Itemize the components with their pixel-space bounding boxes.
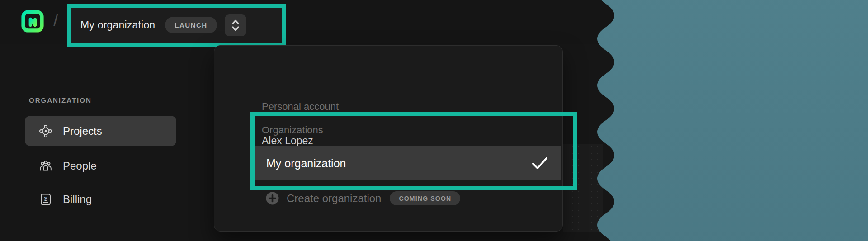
menu-item-label: My organization [266,157,346,170]
dropdown-section-personal-account: Personal account [262,101,339,113]
menu-item-alex-lopez[interactable]: Alex Lopez [262,135,313,147]
sidebar-item-billing[interactable]: $ Billing [25,184,176,214]
sidebar-item-label: People [63,160,97,172]
org-switcher-name[interactable]: My organization [80,19,155,31]
chevron-up-down-icon [228,18,243,33]
checkmark-icon [531,156,548,170]
sidebar-section-label: ORGANIZATION [29,96,92,104]
billing-icon: $ [39,193,52,206]
app-window: / My organization LAUNCH ORGANIZATION Pr… [0,0,868,241]
account-switcher-dropdown: Personal account Alex Lopez Organization… [214,45,563,232]
org-switcher-button[interactable] [225,14,246,36]
plus-circle-icon [266,192,279,205]
menu-item-create-organization[interactable]: Create organization COMING SOON [266,191,460,205]
breadcrumb-separator: / [53,11,58,30]
create-organization-label: Create organization [287,192,381,205]
background-panel-edge [221,232,221,241]
coming-soon-badge: COMING SOON [390,191,460,205]
annotation-box-org-switcher: My organization LAUNCH [67,4,286,47]
sidebar-item-projects[interactable]: Projects [25,116,176,146]
svg-text:$: $ [44,195,47,202]
people-icon [39,159,52,173]
projects-icon [39,124,52,138]
sidebar-item-label: Projects [63,125,102,137]
menu-item-my-organization[interactable]: My organization [253,146,561,180]
launch-badge: LAUNCH [165,17,217,33]
neon-logo-icon[interactable] [21,9,44,33]
sidebar-item-people[interactable]: People [25,151,176,181]
wavy-edge-background [588,0,868,241]
sidebar-item-label: Billing [63,193,92,206]
dropdown-section-organizations: Organizations [262,124,323,136]
